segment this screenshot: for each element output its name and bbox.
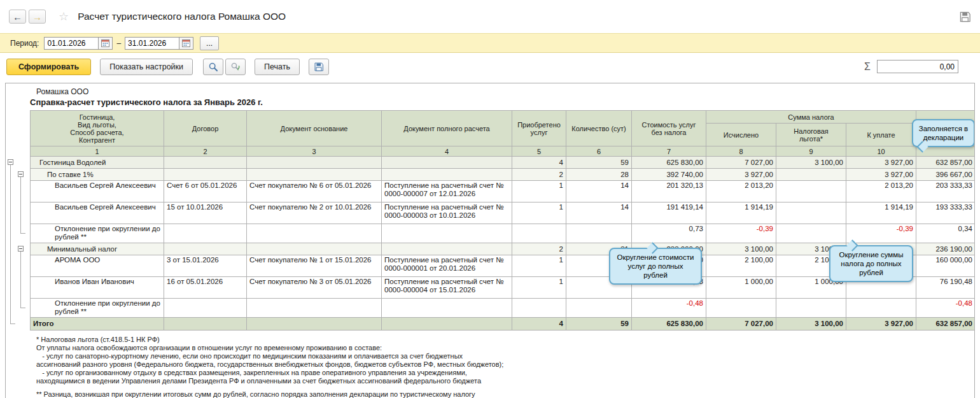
header-purchased[interactable]: Приобретено услуг	[512, 111, 566, 146]
cell-qty[interactable]	[566, 224, 632, 243]
cell-qty[interactable]: 59	[566, 318, 632, 330]
cell-calculated[interactable]	[706, 299, 776, 318]
cell-with-tax[interactable]: 160 000,00	[916, 255, 976, 277]
cell-cost[interactable]: 625 830,00	[632, 157, 706, 169]
header-calculated[interactable]: Исчислено	[706, 124, 776, 146]
cell-benefit[interactable]	[776, 299, 846, 318]
save-report-button[interactable]	[309, 59, 329, 75]
cell-hotel[interactable]: Гостиница Водолей	[31, 157, 164, 169]
cell-with-tax[interactable]: 76 190,48	[916, 277, 976, 299]
cell-cost[interactable]: 191 419,14	[632, 203, 706, 224]
cell-cost[interactable]: 625 830,00	[632, 318, 706, 330]
cell-purchased[interactable]: 1	[512, 255, 566, 277]
cell-with-tax[interactable]: 632 857,00	[916, 157, 976, 169]
column-number[interactable]: 3	[247, 146, 382, 157]
forward-button[interactable]: →	[29, 10, 46, 24]
cell-payable[interactable]: 1 914,19	[846, 203, 916, 224]
cell-benefit[interactable]: 3 100,00	[776, 318, 846, 330]
cell-calculated[interactable]: 7 027,00	[706, 318, 776, 330]
header-benefit[interactable]: Налоговая льгота*	[776, 124, 846, 146]
print-button[interactable]: Печать	[255, 59, 300, 75]
cell-contract[interactable]	[164, 169, 247, 181]
cell-benefit[interactable]	[776, 224, 846, 243]
header-contract[interactable]: Договор	[164, 111, 247, 146]
header-tax-group[interactable]: Сумма налога	[706, 111, 916, 124]
cell-benefit[interactable]: 3 100,00	[776, 157, 846, 169]
window-save-icon[interactable]	[959, 11, 971, 23]
cell-hotel[interactable]: АРОМА ООО	[31, 255, 164, 277]
search-button[interactable]	[203, 59, 223, 75]
column-number[interactable]: 9	[776, 146, 846, 157]
cell-doc-full[interactable]	[382, 157, 512, 169]
back-button[interactable]: ←	[9, 10, 26, 24]
collapse-toggle-rate[interactable]	[18, 171, 24, 177]
favorite-star-icon[interactable]: ☆	[59, 11, 69, 22]
cell-cost[interactable]: 392 740,00	[632, 169, 706, 181]
cell-payable[interactable]: 2 013,20	[846, 181, 916, 203]
column-number[interactable]: 6	[566, 146, 632, 157]
cell-calculated[interactable]: -0,39	[706, 224, 776, 243]
cell-doc-full[interactable]	[382, 299, 512, 318]
cell-purchased[interactable]: 1	[512, 181, 566, 203]
cell-hotel[interactable]: Иванов Иван Иванович	[31, 277, 164, 299]
column-number[interactable]: 1	[31, 146, 164, 157]
cell-contract[interactable]: 16 от 05.01.2026	[164, 277, 247, 299]
cell-with-tax[interactable]: 236 190,00	[916, 243, 976, 255]
column-number[interactable]: 5	[512, 146, 566, 157]
collapse-toggle-hotel[interactable]	[8, 159, 13, 165]
collapse-toggle-minimal[interactable]	[18, 246, 24, 252]
cell-doc-full[interactable]	[382, 169, 512, 181]
column-number[interactable]: 2	[164, 146, 247, 157]
cell-doc-base[interactable]: Счет покупателю № 1 от 15.01.2026	[247, 255, 382, 277]
cell-payable[interactable]	[846, 299, 916, 318]
cell-contract[interactable]: Счет 6 от 05.01.2026	[164, 181, 247, 203]
period-from-input[interactable]	[44, 37, 99, 50]
cell-calculated[interactable]: 3 927,00	[706, 169, 776, 181]
cell-doc-base[interactable]	[247, 169, 382, 181]
cell-doc-full[interactable]: Поступление на расчетный счет № 0000-000…	[382, 181, 512, 203]
cell-benefit[interactable]	[776, 203, 846, 224]
period-to-input[interactable]	[125, 37, 179, 50]
cell-calculated[interactable]: 3 100,00	[706, 243, 776, 255]
sum-field[interactable]	[877, 60, 958, 73]
cell-purchased[interactable]: 4	[512, 318, 566, 330]
cell-doc-full[interactable]: Поступление на расчетный счет № 0000-000…	[382, 255, 512, 277]
cell-hotel[interactable]: Васильев Сергей Алексеевич	[31, 203, 164, 224]
cell-with-tax[interactable]: 203 333,33	[916, 181, 976, 203]
header-cost[interactable]: Стоимость услуг без налога	[632, 111, 706, 146]
header-payable[interactable]: К уплате	[846, 124, 916, 146]
column-number[interactable]: 7	[632, 146, 706, 157]
cell-purchased[interactable]: 2	[512, 243, 566, 255]
cell-contract[interactable]: 15 от 10.01.2026	[164, 203, 247, 224]
cell-hotel[interactable]: Минимальный налог	[31, 243, 164, 255]
header-hotel[interactable]: Гостиница, Вид льготы, Способ расчета, К…	[31, 111, 164, 146]
cell-doc-base[interactable]: Счет покупателю № 3 от 05.01.2026	[247, 277, 382, 299]
header-qty[interactable]: Количество (сут)	[566, 111, 632, 146]
column-number[interactable]: 4	[382, 146, 512, 157]
cell-contract[interactable]	[164, 157, 247, 169]
cell-calculated[interactable]: 7 027,00	[706, 157, 776, 169]
cell-doc-full[interactable]	[382, 243, 512, 255]
cell-doc-base[interactable]	[247, 318, 382, 330]
cell-contract[interactable]	[164, 224, 247, 243]
cell-doc-base[interactable]	[247, 299, 382, 318]
header-doc-full[interactable]: Документ полного расчета	[382, 111, 512, 146]
cell-contract[interactable]	[164, 299, 247, 318]
cell-qty[interactable]: 59	[566, 157, 632, 169]
cell-purchased[interactable]: 1	[512, 277, 566, 299]
cell-hotel[interactable]: Отклонение при округлении до рублей **	[31, 224, 164, 243]
cell-qty[interactable]: 28	[566, 169, 632, 181]
cell-doc-base[interactable]: Счет покупателю № 6 от 05.01.2026	[247, 181, 382, 203]
header-doc-base[interactable]: Документ основание	[247, 111, 382, 146]
cell-contract[interactable]	[164, 318, 247, 330]
cell-with-tax[interactable]: 396 667,00	[916, 169, 976, 181]
cell-benefit[interactable]	[776, 169, 846, 181]
column-number[interactable]: 10	[846, 146, 916, 157]
cell-qty[interactable]: 14	[566, 203, 632, 224]
show-settings-button[interactable]: Показать настройки	[100, 59, 193, 75]
cell-contract[interactable]	[164, 243, 247, 255]
cell-payable[interactable]: -0,39	[846, 224, 916, 243]
cell-calculated[interactable]: 1 914,19	[706, 203, 776, 224]
search-next-button[interactable]	[225, 59, 246, 75]
cell-doc-base[interactable]	[247, 243, 382, 255]
